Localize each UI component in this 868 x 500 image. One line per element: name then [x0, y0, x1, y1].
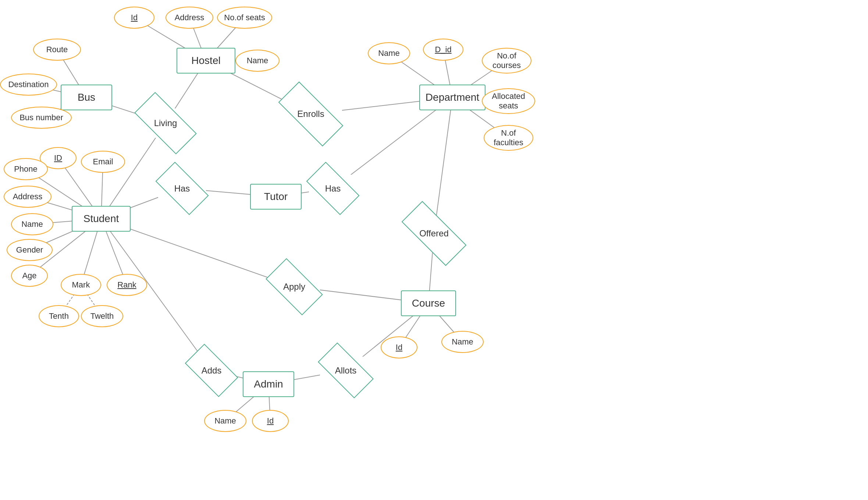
- relationship-apply: Apply: [268, 272, 320, 301]
- attribute-student_twelth: Twelth: [81, 305, 123, 327]
- attribute-hostel_name: Name: [235, 50, 280, 72]
- attribute-dept_seats: Allocated seats: [482, 88, 535, 114]
- entity-student: Student: [72, 206, 131, 232]
- relationship-living: Living: [136, 108, 195, 138]
- attribute-student_mark: Mark: [61, 274, 101, 296]
- er-diagram: HostelBusStudentTutorAdminDepartmentCour…: [0, 0, 868, 500]
- relationship-adds: Adds: [188, 357, 235, 384]
- attribute-hostel_seats: No.of seats: [217, 7, 272, 29]
- attribute-student_tenth: Tenth: [39, 305, 79, 327]
- attribute-hostel_address: Address: [166, 7, 213, 29]
- attribute-student_age: Age: [11, 265, 48, 287]
- attribute-bus_dest: Destination: [0, 74, 57, 96]
- entity-hostel: Hostel: [177, 48, 235, 74]
- attribute-course_name: Name: [441, 331, 484, 353]
- attribute-course_id: Id: [381, 336, 417, 358]
- entity-admin: Admin: [243, 371, 294, 397]
- attribute-dept_courses: No.of courses: [482, 48, 531, 74]
- attribute-student_phone: Phone: [4, 158, 48, 180]
- attribute-dept_faculties: N.of faculties: [484, 125, 533, 151]
- attribute-student_address: Address: [4, 186, 51, 208]
- entity-tutor: Tutor: [250, 184, 302, 210]
- relationship-offered: Offered: [403, 219, 465, 248]
- relationship-has1: Has: [158, 175, 206, 202]
- svg-line-40: [434, 97, 452, 233]
- entity-bus: Bus: [61, 85, 112, 110]
- attribute-student_name: Name: [11, 213, 53, 235]
- relationship-enrolls: Enrolls: [280, 99, 342, 129]
- attribute-dept_name: Name: [368, 42, 410, 64]
- attribute-bus_number: Bus number: [11, 107, 72, 129]
- attribute-student_rank: Rank: [107, 274, 147, 296]
- attribute-bus_route: Route: [33, 39, 81, 61]
- attribute-admin_id: Id: [252, 410, 289, 432]
- attribute-dept_did: D_id: [423, 39, 463, 61]
- entity-department: Department: [419, 85, 485, 110]
- entity-course: Course: [401, 290, 456, 316]
- attribute-student_gender: Gender: [7, 239, 53, 261]
- attribute-admin_name: Name: [204, 410, 246, 432]
- attribute-student_email: Email: [81, 151, 125, 173]
- relationship-has2: Has: [309, 175, 357, 202]
- relationship-allots: Allots: [320, 357, 371, 384]
- attribute-hostel_id: Id: [114, 7, 154, 29]
